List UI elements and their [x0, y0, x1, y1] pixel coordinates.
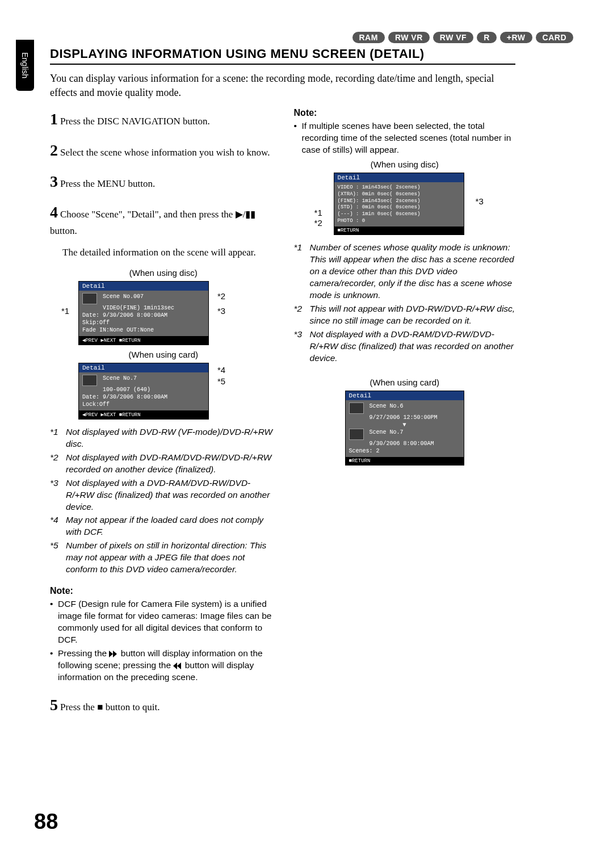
caption-disc-left: (When using disc) — [50, 268, 277, 278]
step-1: 1Press the DISC NAVIGATION button. — [50, 108, 277, 131]
badge-plusrw: +RW — [500, 32, 532, 43]
language-tab: English — [16, 40, 34, 91]
badge-r: R — [477, 32, 497, 43]
panel-footer: ◀PREV ▶NEXT ■RETURN — [79, 336, 208, 345]
note-multi: •If multiple scenes have been selected, … — [294, 120, 515, 156]
media-badges: RAM RW VR RW VF R +RW CARD — [352, 32, 574, 43]
panel-line: 9/27/2006 12:50:00PM — [370, 414, 438, 421]
annot-r3: *3 — [476, 196, 484, 206]
panel-line: (FINE): 1min43sec( 2scenes) — [338, 198, 421, 204]
annot-1: *1 — [61, 306, 69, 316]
panel-line: VIDEO : 1min43sec( 2scenes) — [338, 184, 421, 190]
badge-rwvf: RW VF — [433, 32, 473, 43]
annot-r2: *2 — [314, 218, 322, 228]
caption-card-left: (When using card) — [50, 350, 277, 359]
step-2: 2Select the scene whose information you … — [50, 139, 277, 162]
thumbnail-icon — [82, 293, 97, 304]
panel-line: Date: 9/30/2006 8:00:00AM — [82, 312, 167, 318]
note-prevnext: •Pressing the button will display inform… — [50, 648, 277, 684]
step-4b: The detailed information on the scene wi… — [50, 246, 277, 260]
note-left-2: *2Not displayed with DVD-RAM/DVD-RW/DVD-… — [50, 452, 277, 476]
panel-line: 9/30/2006 8:00:00AM — [370, 441, 434, 447]
step-3: 3Press the MENU button. — [50, 170, 277, 194]
annot-4: *4 — [217, 365, 225, 375]
intro-text: You can display various information for … — [50, 72, 515, 100]
panel-header: Detail — [334, 173, 464, 182]
panel-line: (---) : 1min 0sec( 0scenes) — [338, 211, 421, 217]
panel-disc-multi: Detail VIDEO : 1min43sec( 2scenes) (XTRA… — [334, 173, 464, 235]
note-r2: *2This will not appear with DVD-RW/DVD-R… — [294, 303, 515, 327]
note-r3: *3Not displayed with a DVD-RAM/DVD-RW/DV… — [294, 329, 515, 364]
panel-disc-header: Detail — [79, 282, 208, 291]
badge-rwvr: RW VR — [388, 32, 430, 43]
caption-card-right: (When using card) — [294, 378, 515, 387]
thumbnail-icon — [349, 429, 364, 440]
step-1-text: Press the DISC NAVIGATION button. — [60, 116, 210, 127]
svg-marker-1 — [113, 651, 117, 657]
panel-line: Scenes: 2 — [349, 448, 380, 454]
panel-footer: ■RETURN — [346, 457, 464, 465]
panel-line: Scene No.7 — [370, 429, 404, 435]
panel-line: (STD) : 0min 0sec( 0scenes) — [338, 204, 421, 210]
annot-5: *5 — [217, 376, 225, 386]
annot-3: *3 — [217, 306, 225, 316]
page-number: 88 — [34, 810, 58, 834]
svg-marker-3 — [173, 662, 177, 669]
badge-card: CARD — [536, 32, 573, 43]
panel-line: VIDEO(FINE) 1min13sec — [103, 305, 174, 311]
fast-forward-icon — [109, 651, 118, 657]
panel-line: Scene No.7 — [103, 375, 137, 381]
step-2-text: Select the scene whose information you w… — [60, 147, 270, 158]
panel-header: Detail — [346, 391, 464, 400]
note-header-left: Note: — [50, 586, 277, 596]
note-left-5: *5Number of pixels on still in horizonta… — [50, 540, 277, 576]
panel-line: Scene No.6 — [370, 403, 404, 409]
step-5: 5Press the ■ button to quit. — [50, 694, 277, 717]
annot-2: *2 — [217, 291, 225, 301]
step-4-text: Choose "Scene", "Detail", and then press… — [50, 209, 255, 236]
panel-line: Fade IN:None OUT:None — [82, 327, 154, 333]
panel-line: 100-0007 (640) — [103, 387, 150, 393]
annot-r1: *1 — [314, 208, 322, 217]
panel-line: (XTRA): 0min 0sec( 0scenes) — [338, 191, 421, 197]
rewind-icon — [173, 662, 182, 669]
badge-ram: RAM — [352, 32, 385, 43]
note-r1: *1Number of scenes whose quality mode is… — [294, 242, 515, 301]
panel-footer: ◀PREV ▶NEXT ■RETURN — [79, 410, 208, 419]
page-title: DISPLAYING INFORMATION USING MENU SCREEN… — [50, 47, 515, 65]
note-header-right: Note: — [294, 108, 515, 118]
step-4: 4Choose "Scene", "Detail", and then pres… — [50, 201, 277, 238]
note-left-4: *4May not appear if the loaded card does… — [50, 514, 277, 538]
panel-line: Date: 9/30/2006 8:00:00AM — [82, 394, 167, 400]
panel-line: Lock:Off — [82, 401, 110, 408]
thumbnail-icon — [349, 402, 364, 414]
panel-card-multi: Detail Scene No.6 9/27/2006 12:50:00PM ▼… — [345, 391, 464, 466]
thumbnail-icon — [82, 375, 97, 386]
panel-line: Scene No.007 — [103, 293, 144, 300]
panel-line: PHOTO : 0 — [338, 218, 366, 224]
panel-line: Skip:Off — [82, 320, 110, 326]
panel-disc-single: Detail Scene No.007 VIDEO(FINE) 1min13se… — [78, 281, 209, 345]
panel-footer: ■RETURN — [334, 227, 464, 234]
note-left-1: *1Not displayed with DVD-RW (VF-mode)/DV… — [50, 426, 277, 450]
note-dcf: •DCF (Design rule for Camera File system… — [50, 598, 277, 646]
panel-card-single: Detail Scene No.7 100-0007 (640) Date: 9… — [78, 363, 209, 420]
svg-marker-2 — [177, 662, 181, 669]
step-3-text: Press the MENU button. — [60, 178, 155, 189]
svg-marker-0 — [109, 651, 113, 657]
caption-disc-right: (When using disc) — [294, 160, 515, 169]
step-5-text: Press the ■ button to quit. — [60, 702, 160, 712]
note-left-3: *3Not displayed with a DVD-RAM/DVD-RW/DV… — [50, 477, 277, 513]
panel-card-header: Detail — [79, 363, 208, 372]
